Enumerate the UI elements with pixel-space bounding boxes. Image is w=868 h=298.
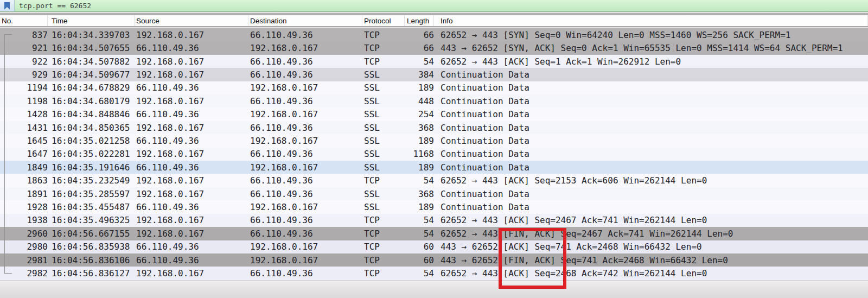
- packet-row[interactable]: 298016:04:56.83593866.110.49.36192.168.0…: [0, 240, 868, 253]
- cell-len: 60: [405, 242, 434, 252]
- cell-time: 16:04:34.339703: [48, 30, 135, 40]
- cell-no: 2981: [0, 255, 48, 265]
- empty-list-area: [0, 280, 868, 298]
- cell-info: Continuation Data: [434, 83, 868, 93]
- cell-proto: SSL: [362, 162, 405, 173]
- column-header-info[interactable]: Info: [434, 15, 868, 26]
- cell-proto: TCP: [362, 43, 405, 53]
- packet-row[interactable]: 164716:04:35.022281192.168.0.16766.110.4…: [0, 148, 868, 161]
- cell-time: 16:04:35.455487: [48, 202, 135, 212]
- cell-time: 16:04:56.836127: [48, 268, 135, 278]
- cell-time: 16:04:35.191646: [48, 162, 135, 173]
- cell-dst: 66.110.49.36: [248, 123, 362, 133]
- cell-no: 1645: [0, 136, 48, 146]
- cell-len: 54: [405, 175, 434, 186]
- column-header-len[interactable]: Length: [405, 15, 434, 26]
- packet-row[interactable]: 92216:04:34.507882192.168.0.16766.110.49…: [0, 55, 868, 68]
- packet-row[interactable]: 296016:04:56.667155192.168.0.16766.110.4…: [0, 227, 868, 240]
- column-header-src[interactable]: Source: [135, 15, 248, 26]
- cell-info: Continuation Data: [434, 162, 868, 173]
- packet-row[interactable]: 142816:04:34.84884666.110.49.36192.168.0…: [0, 107, 868, 121]
- cell-no: 1928: [0, 202, 48, 212]
- column-header-time[interactable]: Time: [48, 15, 135, 26]
- cell-dst: 192.168.0.167: [248, 202, 362, 212]
- cell-proto: TCP: [362, 268, 405, 278]
- cell-dst: 192.168.0.167: [248, 255, 362, 265]
- cell-len: 1168: [405, 149, 434, 159]
- packet-row[interactable]: 298116:04:56.83610666.110.49.36192.168.0…: [0, 253, 868, 267]
- cell-time: 16:04:56.835938: [48, 242, 135, 252]
- cell-src: 192.168.0.167: [135, 268, 248, 278]
- cell-info: 62652 → 443 [SYN] Seq=0 Win=64240 Len=0 …: [434, 30, 868, 40]
- cell-len: 189: [405, 83, 434, 93]
- cell-time: 16:04:35.285597: [48, 189, 135, 199]
- cell-info: 443 → 62652 [ACK] Seq=741 Ack=2468 Win=6…: [434, 242, 868, 252]
- cell-time: 16:04:35.021258: [48, 136, 135, 146]
- cell-dst: 66.110.49.36: [248, 69, 362, 80]
- packet-row[interactable]: 83716:04:34.339703192.168.0.16766.110.49…: [0, 28, 868, 41]
- packet-row[interactable]: 143116:04:34.850365192.168.0.16766.110.4…: [0, 121, 868, 134]
- cell-len: 254: [405, 109, 434, 119]
- packet-row[interactable]: 298216:04:56.836127192.168.0.16766.110.4…: [0, 267, 868, 280]
- column-header-no[interactable]: No.: [0, 15, 48, 26]
- cell-no: 921: [0, 43, 48, 53]
- packet-row[interactable]: 92116:04:34.50765566.110.49.36192.168.0.…: [0, 41, 868, 54]
- cell-info: Continuation Data: [434, 136, 868, 146]
- column-header-dst[interactable]: Destination: [248, 15, 362, 26]
- cell-len: 60: [405, 255, 434, 265]
- cell-dst: 66.110.49.36: [248, 96, 362, 106]
- cell-proto: SSL: [362, 109, 405, 119]
- packet-row[interactable]: 92916:04:34.509677192.168.0.16766.110.49…: [0, 68, 868, 81]
- cell-dst: 66.110.49.36: [248, 268, 362, 278]
- cell-src: 192.168.0.167: [135, 215, 248, 225]
- cell-info: 62652 → 443 [FIN, ACK] Seq=2467 Ack=741 …: [434, 229, 868, 239]
- cell-info: 62652 → 443 [ACK] Seq=2468 Ack=742 Win=2…: [434, 268, 868, 278]
- packet-row[interactable]: 164516:04:35.02125866.110.49.36192.168.0…: [0, 134, 868, 147]
- conversation-bracket-end: [4, 273, 12, 274]
- cell-dst: 66.110.49.36: [248, 189, 362, 199]
- packet-row[interactable]: 186316:04:35.232549192.168.0.16766.110.4…: [0, 174, 868, 187]
- cell-src: 192.168.0.167: [135, 69, 248, 80]
- packet-row[interactable]: 189116:04:35.285597192.168.0.16766.110.4…: [0, 187, 868, 200]
- cell-len: 384: [405, 69, 434, 80]
- cell-dst: 66.110.49.36: [248, 215, 362, 225]
- cell-info: 62652 → 443 [ACK] Seq=1 Ack=1 Win=262912…: [434, 56, 868, 67]
- cell-info: Continuation Data: [434, 109, 868, 119]
- cell-dst: 66.110.49.36: [248, 175, 362, 186]
- cell-info: 62652 → 443 [ACK] Seq=2153 Ack=606 Win=2…: [434, 175, 868, 186]
- cell-src: 66.110.49.36: [135, 202, 248, 212]
- cell-no: 1198: [0, 96, 48, 106]
- cell-proto: TCP: [362, 30, 405, 40]
- cell-src: 192.168.0.167: [135, 189, 248, 199]
- cell-proto: TCP: [362, 56, 405, 67]
- column-header-proto[interactable]: Protocol: [362, 15, 405, 26]
- cell-info: 443 → 62652 [SYN, ACK] Seq=0 Ack=1 Win=6…: [434, 43, 868, 53]
- cell-src: 66.110.49.36: [135, 43, 248, 53]
- packet-row[interactable]: 192816:04:35.45548766.110.49.36192.168.0…: [0, 200, 868, 213]
- packet-row[interactable]: 193816:04:35.496325192.168.0.16766.110.4…: [0, 214, 868, 227]
- cell-time: 16:04:35.232549: [48, 175, 135, 186]
- cell-proto: TCP: [362, 229, 405, 239]
- cell-time: 16:04:35.022281: [48, 149, 135, 159]
- cell-src: 66.110.49.36: [135, 136, 248, 146]
- cell-len: 54: [405, 215, 434, 225]
- cell-time: 16:04:34.509677: [48, 69, 135, 80]
- cell-proto: TCP: [362, 215, 405, 225]
- cell-dst: 192.168.0.167: [248, 242, 362, 252]
- cell-info: 62652 → 443 [ACK] Seq=2467 Ack=741 Win=2…: [434, 215, 868, 225]
- cell-src: 192.168.0.167: [135, 56, 248, 67]
- cell-no: 1849: [0, 162, 48, 173]
- bookmark-icon: [4, 2, 10, 10]
- cell-no: 922: [0, 56, 48, 67]
- packet-row[interactable]: 119416:04:34.67882966.110.49.36192.168.0…: [0, 81, 868, 94]
- filter-bookmark-button[interactable]: [0, 0, 15, 11]
- cell-dst: 66.110.49.36: [248, 149, 362, 159]
- packet-row[interactable]: 184916:04:35.19164666.110.49.36192.168.0…: [0, 161, 868, 174]
- cell-time: 16:04:56.667155: [48, 229, 135, 239]
- packet-row[interactable]: 119816:04:34.680179192.168.0.16766.110.4…: [0, 94, 868, 107]
- cell-len: 368: [405, 189, 434, 199]
- display-filter-input[interactable]: tcp.port == 62652: [15, 0, 868, 11]
- cell-info: Continuation Data: [434, 149, 868, 159]
- cell-no: 1891: [0, 189, 48, 199]
- cell-src: 192.168.0.167: [135, 96, 248, 106]
